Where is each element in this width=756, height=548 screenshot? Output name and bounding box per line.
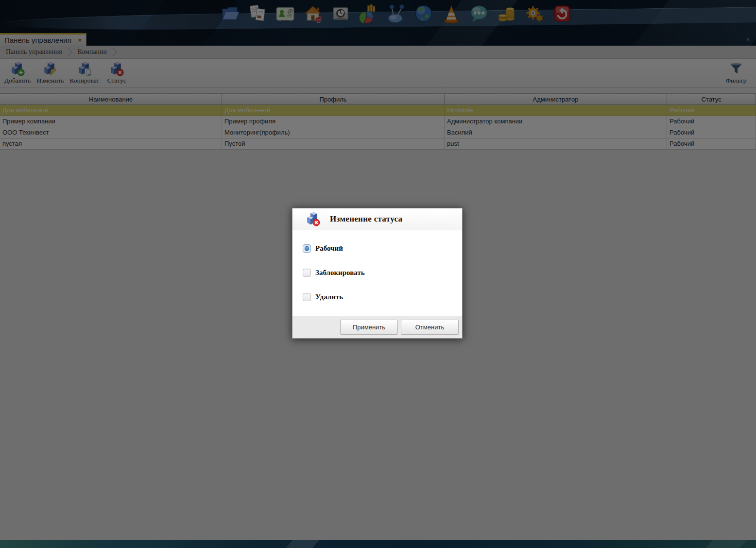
apply-button[interactable]: Применить	[340, 320, 398, 335]
checkbox-block[interactable]	[303, 269, 311, 277]
checkbox-working[interactable]	[303, 244, 311, 253]
checkbox-delete[interactable]	[303, 293, 311, 301]
option-label: Заблокировать	[315, 269, 365, 277]
option-block[interactable]: Заблокировать	[303, 269, 365, 277]
option-working[interactable]: Рабочий	[303, 244, 343, 253]
screen: @	[0, 0, 756, 548]
status-dialog-icon	[306, 212, 320, 226]
option-label: Рабочий	[315, 244, 343, 253]
option-delete[interactable]: Удалить	[303, 293, 343, 301]
dialog-header: Изменение статуса	[292, 208, 462, 230]
dialog-title: Изменение статуса	[330, 214, 402, 224]
dialog-body: Рабочий Заблокировать Удалить	[292, 230, 462, 316]
status-change-dialog: Изменение статуса Рабочий Заблокировать …	[292, 208, 463, 339]
cancel-button[interactable]: Отменить	[401, 320, 459, 335]
dialog-footer: Применить Отменить	[292, 316, 462, 338]
option-label: Удалить	[315, 293, 343, 301]
